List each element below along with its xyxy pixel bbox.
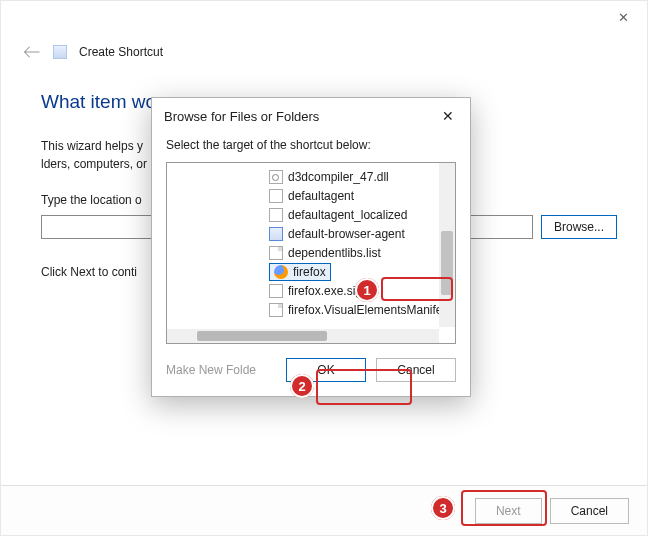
vertical-scrollbar[interactable] bbox=[439, 163, 455, 327]
list-item[interactable]: defaultagent bbox=[267, 186, 433, 205]
browse-dialog-titlebar: Browse for Files or Folders ✕ bbox=[152, 98, 470, 130]
list-item[interactable]: default-browser-agent bbox=[267, 224, 433, 243]
close-icon[interactable]: ✕ bbox=[436, 106, 460, 126]
next-button[interactable]: Next bbox=[475, 498, 542, 524]
window-header: Create Shortcut bbox=[23, 45, 163, 59]
list-item[interactable]: firefox.exe.sig bbox=[267, 281, 433, 300]
list-item[interactable]: firefox.VisualElementsManifest bbox=[267, 300, 433, 319]
browse-dialog: Browse for Files or Folders ✕ Select the… bbox=[151, 97, 471, 397]
annotation-badge-1: 1 bbox=[355, 278, 379, 302]
dll-icon bbox=[269, 170, 283, 184]
browse-dialog-title: Browse for Files or Folders bbox=[164, 109, 319, 124]
file-list-pane: d3dcompiler_47.dlldefaultagentdefaultage… bbox=[166, 162, 456, 344]
sheet-icon bbox=[269, 246, 283, 260]
window-title: Create Shortcut bbox=[79, 45, 163, 59]
browse-dialog-prompt: Select the target of the shortcut below: bbox=[166, 138, 456, 152]
window-close-icon[interactable]: ✕ bbox=[609, 7, 637, 27]
cancel-button[interactable]: Cancel bbox=[550, 498, 629, 524]
blank-icon bbox=[269, 208, 283, 222]
browse-cancel-button[interactable]: Cancel bbox=[376, 358, 456, 382]
ff-icon bbox=[274, 265, 288, 279]
file-name: defaultagent bbox=[288, 189, 354, 203]
blank-icon bbox=[269, 189, 283, 203]
browse-button[interactable]: Browse... bbox=[541, 215, 617, 239]
back-arrow-icon[interactable] bbox=[23, 45, 41, 59]
file-list[interactable]: d3dcompiler_47.dlldefaultagentdefaultage… bbox=[267, 167, 433, 319]
file-name: firefox.exe.sig bbox=[288, 284, 362, 298]
horizontal-scrollbar[interactable] bbox=[167, 329, 439, 343]
sheet-icon bbox=[269, 303, 283, 317]
create-shortcut-window: ✕ Create Shortcut What item wo This wiza… bbox=[0, 0, 648, 536]
file-name: defaultagent_localized bbox=[288, 208, 407, 222]
list-item[interactable]: d3dcompiler_47.dll bbox=[267, 167, 433, 186]
file-name: dependentlibs.list bbox=[288, 246, 381, 260]
file-name: firefox.VisualElementsManifest bbox=[288, 303, 452, 317]
wizard-footer: Next Cancel bbox=[1, 485, 647, 535]
list-item[interactable]: dependentlibs.list bbox=[267, 243, 433, 262]
file-name: firefox bbox=[293, 265, 326, 279]
annotation-badge-3: 3 bbox=[431, 496, 455, 520]
list-item[interactable]: firefox bbox=[267, 262, 433, 281]
make-new-folder-button[interactable]: Make New Folde bbox=[166, 363, 256, 377]
wizard-description-pre: This wizard helps y bbox=[41, 139, 143, 153]
shortcut-app-icon bbox=[53, 45, 67, 59]
annotation-badge-2: 2 bbox=[290, 374, 314, 398]
file-name: default-browser-agent bbox=[288, 227, 405, 241]
app-icon bbox=[269, 227, 283, 241]
browse-dialog-actions: Make New Folde OK Cancel bbox=[166, 344, 456, 382]
file-name: d3dcompiler_47.dll bbox=[288, 170, 389, 184]
list-item[interactable]: defaultagent_localized bbox=[267, 205, 433, 224]
blank-icon bbox=[269, 284, 283, 298]
